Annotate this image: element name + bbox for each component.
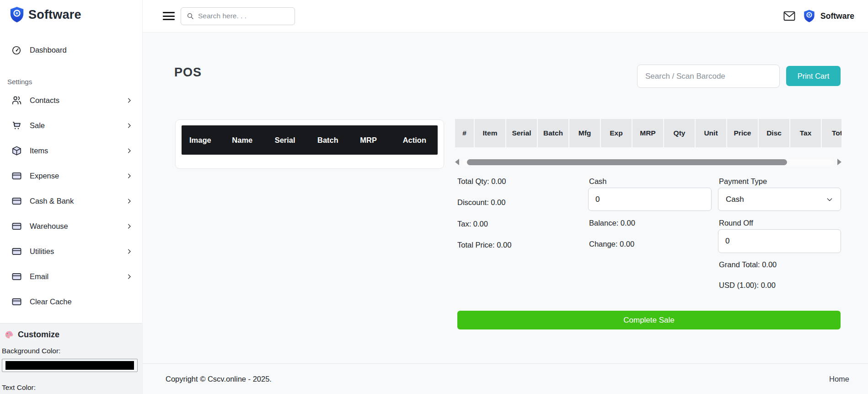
text-color-label: Text Color: <box>2 383 139 392</box>
pos-col-header: Tax <box>790 119 821 147</box>
sidebar: Software Dashboard Settings Contacts <box>0 0 143 394</box>
chevron-right-icon <box>126 198 133 205</box>
cart-table-header: Image Name Serial Batch MRP Action <box>182 125 438 155</box>
total-qty-text: Total Qty: 0.00 <box>457 177 506 186</box>
card-icon <box>11 297 22 307</box>
pos-col-header: Item <box>475 119 505 147</box>
sidebar-item-label: Cash & Bank <box>30 197 74 205</box>
pos-col-header: Price <box>727 119 758 147</box>
shield-logo-icon <box>803 9 815 23</box>
pos-col-header: Tot <box>822 119 841 147</box>
footer: Copyright © Cscv.online - 2025. Home <box>143 363 868 394</box>
hamburger-menu-icon[interactable] <box>163 10 175 22</box>
background-color-label: Background Color: <box>2 347 139 355</box>
card-icon <box>11 171 22 181</box>
sidebar-brand[interactable]: Software <box>0 0 142 23</box>
payment-type-label: Payment Type <box>719 177 767 186</box>
cart-col-header: Name <box>224 136 267 145</box>
cart-col-header: Serial <box>267 136 310 145</box>
pos-col-header: Disc <box>759 119 789 147</box>
payment-type-select[interactable]: Cash <box>718 188 841 211</box>
tax-text: Tax: 0.00 <box>457 220 488 228</box>
pos-col-header: Batch <box>538 119 568 147</box>
cash-label: Cash <box>589 177 607 186</box>
round-off-input[interactable] <box>718 229 841 253</box>
sidebar-item-email[interactable]: Email <box>0 264 142 289</box>
round-off-label: Round Off <box>719 219 753 227</box>
sidebar-item-label: Contacts <box>30 96 59 105</box>
search-input[interactable] <box>198 12 289 20</box>
sidebar-item-label: Clear Cache <box>30 297 72 306</box>
background-color-swatch <box>5 361 134 370</box>
usd-total-text: USD (1.00): 0.00 <box>719 281 776 290</box>
sidebar-item-sale[interactable]: Sale <box>0 113 142 138</box>
home-link[interactable]: Home <box>829 375 849 383</box>
card-icon <box>11 246 22 257</box>
copyright-text: Copyright © Cscv.online - 2025. <box>166 375 272 383</box>
scroll-right-arrow[interactable] <box>837 159 841 165</box>
scroll-left-arrow[interactable] <box>455 159 459 165</box>
pos-col-header: Unit <box>696 119 726 147</box>
page-title: POS <box>174 65 202 80</box>
scrollbar-track[interactable] <box>462 159 834 165</box>
sidebar-item-label: Utilities <box>30 247 54 256</box>
horizontal-scrollbar <box>455 159 841 165</box>
pos-col-header: Mfg <box>569 119 600 147</box>
total-price-text: Total Price: 0.00 <box>457 241 511 249</box>
pos-col-header: Exp <box>601 119 632 147</box>
cash-input[interactable] <box>588 188 712 211</box>
topbar-brand[interactable]: Software <box>803 9 854 23</box>
pos-col-header: MRP <box>632 119 663 147</box>
sidebar-item-cash-bank[interactable]: Cash & Bank <box>0 189 142 214</box>
brand-text: Software <box>820 11 854 21</box>
logo-text: Software <box>28 8 81 22</box>
users-icon <box>11 95 22 106</box>
grand-total-text: Grand Total: 0.00 <box>719 260 777 269</box>
palette-icon <box>4 330 14 340</box>
main-content: POS Print Cart Image Name Serial Batch M… <box>143 32 868 394</box>
sidebar-item-label: Dashboard <box>30 46 67 54</box>
topbar-search <box>181 7 295 25</box>
pos-col-header: # <box>455 119 474 147</box>
discount-text: Discount: 0.00 <box>457 198 505 207</box>
sidebar-item-clear-cache[interactable]: Clear Cache <box>0 289 142 314</box>
background-color-input[interactable] <box>2 359 138 372</box>
payment-type-value: Cash <box>726 195 744 204</box>
sidebar-item-label: Email <box>30 272 48 281</box>
barcode-search-input[interactable] <box>637 65 780 88</box>
topbar-right: Software <box>783 9 854 23</box>
sidebar-item-expense[interactable]: Expense <box>0 163 142 189</box>
pos-col-header: Qty <box>664 119 695 147</box>
card-icon <box>11 196 22 206</box>
sidebar-item-contacts[interactable]: Contacts <box>0 88 142 113</box>
print-cart-button[interactable]: Print Cart <box>786 66 841 86</box>
box-icon <box>11 146 22 156</box>
sidebar-item-warehouse[interactable]: Warehouse <box>0 214 142 239</box>
change-text: Change: 0.00 <box>589 240 634 248</box>
sidebar-item-label: Warehouse <box>30 222 68 231</box>
chevron-right-icon <box>126 248 133 255</box>
cart-icon <box>11 120 22 131</box>
dashboard-gauge-icon <box>11 45 22 55</box>
sidebar-item-label: Sale <box>30 121 45 130</box>
chevron-down-icon <box>826 196 833 203</box>
scrollbar-thumb[interactable] <box>467 159 787 165</box>
pos-table-header: # Item Serial Batch Mfg Exp MRP Qty Unit… <box>455 119 841 147</box>
cart-col-header: MRP <box>352 136 395 145</box>
chevron-right-icon <box>126 273 133 280</box>
sidebar-item-label: Items <box>30 146 48 155</box>
sidebar-item-label: Expense <box>30 172 59 180</box>
chevron-right-icon <box>126 223 133 230</box>
customize-panel: Customize Background Color: Text Color: <box>0 323 142 394</box>
cart-col-header: Batch <box>310 136 352 145</box>
card-icon <box>11 221 22 232</box>
sidebar-item-items[interactable]: Items <box>0 138 142 163</box>
balance-text: Balance: 0.00 <box>589 219 635 227</box>
sidebar-item-utilities[interactable]: Utilities <box>0 239 142 264</box>
sidebar-item-dashboard[interactable]: Dashboard <box>0 38 142 63</box>
cart-col-header: Action <box>395 136 438 145</box>
shield-logo-icon <box>9 6 25 23</box>
mail-icon[interactable] <box>783 11 796 22</box>
pos-col-header: Serial <box>506 119 537 147</box>
complete-sale-button[interactable]: Complete Sale <box>457 311 841 329</box>
